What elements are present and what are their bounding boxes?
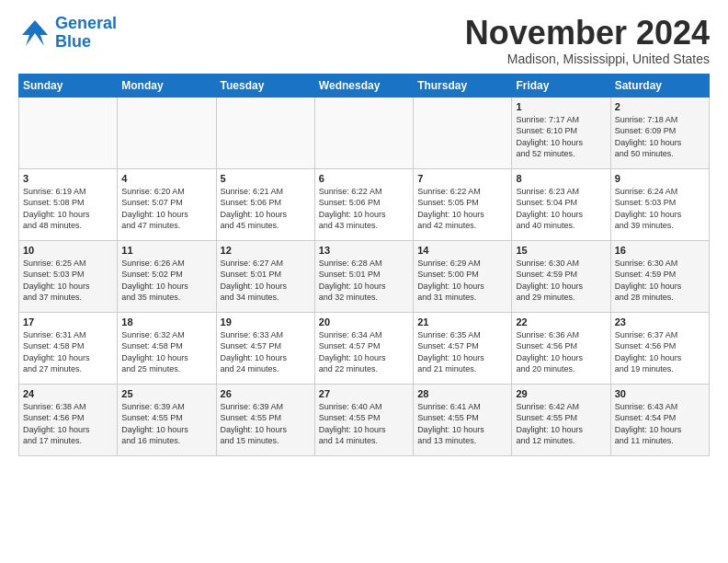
calendar-cell: 19Sunrise: 6:33 AMSunset: 4:57 PMDayligh… <box>216 312 314 384</box>
week-row-2: 3Sunrise: 6:19 AMSunset: 5:08 PMDaylight… <box>19 168 710 240</box>
calendar-cell: 14Sunrise: 6:29 AMSunset: 5:00 PMDayligh… <box>414 240 512 312</box>
day-info: Sunrise: 6:25 AMSunset: 5:03 PMDaylight:… <box>23 258 113 304</box>
calendar-cell: 20Sunrise: 6:34 AMSunset: 4:57 PMDayligh… <box>314 312 413 384</box>
day-info: Sunrise: 6:38 AMSunset: 4:56 PMDaylight:… <box>23 401 113 447</box>
calendar-cell <box>19 97 118 168</box>
location-subtitle: Madison, Mississippi, United States <box>465 52 710 66</box>
month-title: November 2024 <box>465 15 710 52</box>
day-number: 6 <box>319 173 409 184</box>
calendar-cell: 16Sunrise: 6:30 AMSunset: 4:59 PMDayligh… <box>610 240 709 312</box>
day-info: Sunrise: 6:29 AMSunset: 5:00 PMDaylight:… <box>417 258 507 304</box>
day-info: Sunrise: 6:39 AMSunset: 4:55 PMDaylight:… <box>121 401 211 447</box>
day-number: 15 <box>516 245 606 256</box>
logo: General Blue <box>18 15 117 52</box>
day-number: 23 <box>615 316 705 327</box>
day-info: Sunrise: 6:23 AMSunset: 5:04 PMDaylight:… <box>516 186 606 232</box>
calendar-cell: 28Sunrise: 6:41 AMSunset: 4:55 PMDayligh… <box>414 384 512 455</box>
logo-line2: Blue <box>55 32 91 51</box>
header: General Blue November 2024 Madison, Miss… <box>18 15 710 66</box>
day-number: 18 <box>121 316 211 327</box>
calendar-cell: 24Sunrise: 6:38 AMSunset: 4:56 PMDayligh… <box>19 384 118 455</box>
calendar-cell: 30Sunrise: 6:43 AMSunset: 4:54 PMDayligh… <box>610 384 709 455</box>
day-info: Sunrise: 6:21 AMSunset: 5:06 PMDaylight:… <box>221 186 311 232</box>
day-info: Sunrise: 6:22 AMSunset: 5:06 PMDaylight:… <box>319 186 409 232</box>
title-block: November 2024 Madison, Mississippi, Unit… <box>465 15 710 66</box>
day-header-thursday: Thursday <box>414 74 512 97</box>
day-number: 4 <box>121 173 211 184</box>
days-header-row: SundayMondayTuesdayWednesdayThursdayFrid… <box>19 74 710 97</box>
calendar-cell: 9Sunrise: 6:24 AMSunset: 5:03 PMDaylight… <box>610 168 709 240</box>
day-number: 25 <box>121 388 211 399</box>
day-number: 8 <box>516 173 606 184</box>
calendar-cell: 10Sunrise: 6:25 AMSunset: 5:03 PMDayligh… <box>19 240 118 312</box>
day-number: 24 <box>23 388 113 399</box>
day-info: Sunrise: 6:32 AMSunset: 4:58 PMDaylight:… <box>121 329 211 375</box>
day-info: Sunrise: 6:27 AMSunset: 5:01 PMDaylight:… <box>221 258 311 304</box>
day-info: Sunrise: 6:40 AMSunset: 4:55 PMDaylight:… <box>319 401 409 447</box>
day-header-saturday: Saturday <box>610 74 709 97</box>
calendar-cell: 3Sunrise: 6:19 AMSunset: 5:08 PMDaylight… <box>19 168 118 240</box>
calendar-cell: 2Sunrise: 7:18 AMSunset: 6:09 PMDaylight… <box>610 97 709 168</box>
day-number: 27 <box>319 388 409 399</box>
day-header-friday: Friday <box>512 74 610 97</box>
day-number: 14 <box>417 245 507 256</box>
day-info: Sunrise: 7:17 AMSunset: 6:10 PMDaylight:… <box>516 114 606 160</box>
day-header-sunday: Sunday <box>19 74 118 97</box>
calendar-cell: 12Sunrise: 6:27 AMSunset: 5:01 PMDayligh… <box>216 240 314 312</box>
calendar-table: SundayMondayTuesdayWednesdayThursdayFrid… <box>18 74 710 456</box>
logo-icon <box>18 17 51 50</box>
calendar-cell: 29Sunrise: 6:42 AMSunset: 4:55 PMDayligh… <box>512 384 610 455</box>
logo-line1: General <box>55 14 117 32</box>
day-number: 20 <box>319 316 409 327</box>
day-info: Sunrise: 6:30 AMSunset: 4:59 PMDaylight:… <box>516 258 606 304</box>
day-number: 30 <box>615 388 705 399</box>
day-number: 17 <box>23 316 113 327</box>
calendar-cell <box>314 97 413 168</box>
day-info: Sunrise: 6:26 AMSunset: 5:02 PMDaylight:… <box>121 258 211 304</box>
week-row-1: 1Sunrise: 7:17 AMSunset: 6:10 PMDaylight… <box>19 97 710 168</box>
day-info: Sunrise: 6:35 AMSunset: 4:57 PMDaylight:… <box>417 329 507 375</box>
day-number: 1 <box>516 101 606 112</box>
day-info: Sunrise: 6:39 AMSunset: 4:55 PMDaylight:… <box>221 401 311 447</box>
day-info: Sunrise: 6:20 AMSunset: 5:07 PMDaylight:… <box>121 186 211 232</box>
day-number: 10 <box>23 245 113 256</box>
day-info: Sunrise: 6:31 AMSunset: 4:58 PMDaylight:… <box>23 329 113 375</box>
calendar-cell: 11Sunrise: 6:26 AMSunset: 5:02 PMDayligh… <box>118 240 216 312</box>
calendar-cell: 17Sunrise: 6:31 AMSunset: 4:58 PMDayligh… <box>19 312 118 384</box>
svg-marker-0 <box>22 20 48 46</box>
week-row-3: 10Sunrise: 6:25 AMSunset: 5:03 PMDayligh… <box>19 240 710 312</box>
day-info: Sunrise: 6:33 AMSunset: 4:57 PMDaylight:… <box>221 329 311 375</box>
calendar-cell: 23Sunrise: 6:37 AMSunset: 4:56 PMDayligh… <box>610 312 709 384</box>
day-info: Sunrise: 6:41 AMSunset: 4:55 PMDaylight:… <box>417 401 507 447</box>
week-row-5: 24Sunrise: 6:38 AMSunset: 4:56 PMDayligh… <box>19 384 710 455</box>
calendar-cell: 1Sunrise: 7:17 AMSunset: 6:10 PMDaylight… <box>512 97 610 168</box>
day-number: 3 <box>23 173 113 184</box>
calendar-cell: 21Sunrise: 6:35 AMSunset: 4:57 PMDayligh… <box>414 312 512 384</box>
day-number: 13 <box>319 245 409 256</box>
day-number: 12 <box>221 245 311 256</box>
day-info: Sunrise: 7:18 AMSunset: 6:09 PMDaylight:… <box>615 114 705 160</box>
day-number: 29 <box>516 388 606 399</box>
day-info: Sunrise: 6:24 AMSunset: 5:03 PMDaylight:… <box>615 186 705 232</box>
day-header-tuesday: Tuesday <box>216 74 314 97</box>
calendar-cell <box>118 97 216 168</box>
day-number: 9 <box>615 173 705 184</box>
calendar-cell: 5Sunrise: 6:21 AMSunset: 5:06 PMDaylight… <box>216 168 314 240</box>
day-number: 22 <box>516 316 606 327</box>
day-info: Sunrise: 6:28 AMSunset: 5:01 PMDaylight:… <box>319 258 409 304</box>
day-number: 2 <box>615 101 705 112</box>
day-info: Sunrise: 6:19 AMSunset: 5:08 PMDaylight:… <box>23 186 113 232</box>
calendar-cell: 8Sunrise: 6:23 AMSunset: 5:04 PMDaylight… <box>512 168 610 240</box>
day-info: Sunrise: 6:34 AMSunset: 4:57 PMDaylight:… <box>319 329 409 375</box>
day-number: 21 <box>417 316 507 327</box>
day-number: 5 <box>221 173 311 184</box>
week-row-4: 17Sunrise: 6:31 AMSunset: 4:58 PMDayligh… <box>19 312 710 384</box>
calendar-cell: 25Sunrise: 6:39 AMSunset: 4:55 PMDayligh… <box>118 384 216 455</box>
calendar-cell <box>216 97 314 168</box>
day-info: Sunrise: 6:43 AMSunset: 4:54 PMDaylight:… <box>615 401 705 447</box>
day-info: Sunrise: 6:36 AMSunset: 4:56 PMDaylight:… <box>516 329 606 375</box>
calendar-cell: 27Sunrise: 6:40 AMSunset: 4:55 PMDayligh… <box>314 384 413 455</box>
day-header-wednesday: Wednesday <box>314 74 413 97</box>
day-info: Sunrise: 6:30 AMSunset: 4:59 PMDaylight:… <box>615 258 705 304</box>
logo-text: General Blue <box>55 15 117 52</box>
